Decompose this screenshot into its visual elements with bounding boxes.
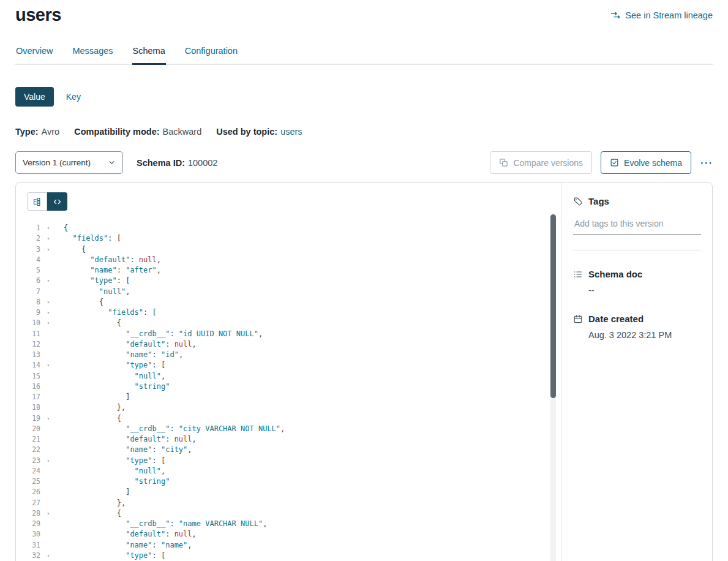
code-line: 30 "default": null, bbox=[16, 529, 561, 540]
line-number: 6 bbox=[16, 276, 40, 286]
line-number: 1 bbox=[16, 223, 40, 233]
schema-doc-value: -- bbox=[588, 285, 701, 295]
line-number: 32 bbox=[16, 551, 40, 561]
code-line: 10▾ { bbox=[16, 318, 561, 328]
code-editor-lines[interactable]: 1▾{2▾ "fields": [3▾ {4 "default": null,5… bbox=[16, 223, 561, 561]
code-line: 24 "null", bbox=[16, 466, 561, 476]
code-line: 22 "name": "city", bbox=[16, 445, 561, 455]
code-line: 6▾ "type": [ bbox=[16, 276, 561, 286]
compare-versions-label: Compare versions bbox=[513, 158, 583, 168]
code-text: ] bbox=[56, 392, 130, 402]
code-text: "null", bbox=[56, 466, 165, 476]
schema-id: Schema ID:100002 bbox=[137, 158, 217, 168]
line-number: 8 bbox=[16, 297, 40, 307]
code-text: ] bbox=[56, 487, 130, 497]
fold-spacer bbox=[40, 255, 56, 265]
fold-spacer bbox=[40, 519, 56, 529]
compare-versions-icon bbox=[499, 158, 508, 167]
code-text: { bbox=[56, 318, 121, 328]
code-text: { bbox=[56, 508, 121, 519]
see-in-stream-lineage-link[interactable]: See in Stream lineage bbox=[610, 10, 713, 20]
tree-view-icon bbox=[32, 197, 42, 206]
editor-view-toggle bbox=[27, 192, 561, 211]
code-line: 9▾ "fields": [ bbox=[16, 307, 561, 318]
fold-toggle-icon[interactable]: ▾ bbox=[40, 307, 56, 318]
tab-bar: Overview Messages Schema Configuration bbox=[15, 46, 713, 65]
sidebar-divider bbox=[573, 250, 701, 250]
schema-panel: 1▾{2▾ "fields": [3▾ {4 "default": null,5… bbox=[15, 182, 713, 561]
evolve-schema-label: Evolve schema bbox=[624, 158, 682, 168]
line-number: 27 bbox=[16, 498, 40, 508]
fold-spacer bbox=[40, 498, 56, 508]
fold-toggle-icon[interactable]: ▾ bbox=[40, 508, 56, 519]
code-text: "default": null, bbox=[56, 434, 197, 445]
fold-toggle-icon[interactable]: ▾ bbox=[40, 413, 56, 424]
code-line: 20 "__crdb__": "city VARCHAR NOT NULL", bbox=[16, 424, 561, 434]
schema-doc-title: Schema doc bbox=[588, 269, 642, 279]
code-text: "type": [ bbox=[56, 551, 165, 561]
line-number: 17 bbox=[16, 392, 40, 402]
code-line: 5 "name": "after", bbox=[16, 265, 561, 276]
schema-type: Type:Avro bbox=[15, 127, 59, 137]
tab-configuration[interactable]: Configuration bbox=[184, 46, 238, 65]
version-bar: Version 1 (current) Schema ID:100002 Com… bbox=[15, 151, 713, 174]
tab-overview[interactable]: Overview bbox=[15, 46, 53, 65]
code-text: { bbox=[56, 413, 121, 424]
add-tags-input[interactable] bbox=[573, 216, 701, 235]
schema-page: users See in Stream lineage Overview Mes… bbox=[0, 0, 728, 561]
code-line: 17 ] bbox=[16, 392, 561, 402]
code-text: "null", bbox=[56, 371, 165, 382]
fold-spacer bbox=[40, 434, 56, 445]
stream-lineage-icon bbox=[610, 10, 620, 20]
compare-versions-button[interactable]: Compare versions bbox=[490, 151, 592, 174]
fold-toggle-icon[interactable]: ▾ bbox=[40, 551, 56, 561]
fold-toggle-icon[interactable]: ▾ bbox=[40, 297, 56, 307]
line-number: 25 bbox=[16, 476, 40, 487]
fold-spacer bbox=[40, 371, 56, 382]
fold-toggle-icon[interactable]: ▾ bbox=[40, 276, 56, 286]
code-line: 13 "name": "id", bbox=[16, 350, 561, 360]
value-toggle-button[interactable]: Value bbox=[15, 87, 54, 107]
schema-key-value-toggle: Value Key bbox=[15, 87, 713, 107]
tab-schema[interactable]: Schema bbox=[132, 46, 166, 65]
code-text: }, bbox=[56, 498, 126, 508]
key-toggle-button[interactable]: Key bbox=[62, 87, 84, 107]
code-text: "name": "city", bbox=[56, 445, 192, 455]
fold-toggle-icon[interactable]: ▾ bbox=[40, 233, 56, 244]
code-line: 16 "string" bbox=[16, 382, 561, 392]
code-text: { bbox=[56, 223, 68, 233]
fold-toggle-icon[interactable]: ▾ bbox=[40, 318, 56, 328]
date-created-header: Date created bbox=[573, 314, 701, 324]
evolve-schema-button[interactable]: Evolve schema bbox=[601, 151, 691, 174]
compat-value: Backward bbox=[163, 127, 202, 137]
fold-spacer bbox=[40, 540, 56, 551]
line-number: 24 bbox=[16, 466, 40, 476]
code-text: "__crdb__": "city VARCHAR NOT NULL", bbox=[56, 424, 285, 434]
schema-id-label: Schema ID: bbox=[137, 158, 185, 168]
fold-spacer bbox=[40, 392, 56, 402]
tab-messages[interactable]: Messages bbox=[72, 46, 113, 65]
fold-toggle-icon[interactable]: ▾ bbox=[40, 223, 56, 233]
chevron-down-icon bbox=[108, 159, 116, 167]
tree-view-button[interactable] bbox=[27, 192, 47, 211]
code-text: "__crdb__": "id UUID NOT NULL", bbox=[56, 329, 263, 339]
code-text: "__crdb__": "name VARCHAR NULL", bbox=[56, 519, 267, 529]
fold-spacer bbox=[40, 402, 56, 413]
stream-lineage-label: See in Stream lineage bbox=[625, 10, 713, 20]
version-select[interactable]: Version 1 (current) bbox=[15, 151, 123, 174]
line-number: 18 bbox=[16, 402, 40, 413]
topic-link[interactable]: users bbox=[280, 127, 302, 137]
code-text: "name": "name", bbox=[56, 540, 192, 551]
fold-spacer bbox=[40, 529, 56, 540]
fold-spacer bbox=[40, 466, 56, 476]
tag-icon bbox=[573, 197, 583, 206]
code-line: 2▾ "fields": [ bbox=[16, 233, 561, 244]
more-options-button[interactable]: ⋯ bbox=[700, 156, 713, 169]
editor-scrollbar[interactable] bbox=[550, 214, 556, 561]
fold-toggle-icon[interactable]: ▾ bbox=[40, 360, 56, 371]
fold-toggle-icon[interactable]: ▾ bbox=[40, 244, 56, 255]
code-text: "type": [ bbox=[56, 456, 165, 466]
editor-scrollbar-thumb[interactable] bbox=[550, 214, 556, 398]
fold-toggle-icon[interactable]: ▾ bbox=[40, 456, 56, 466]
code-view-button[interactable] bbox=[47, 192, 67, 211]
